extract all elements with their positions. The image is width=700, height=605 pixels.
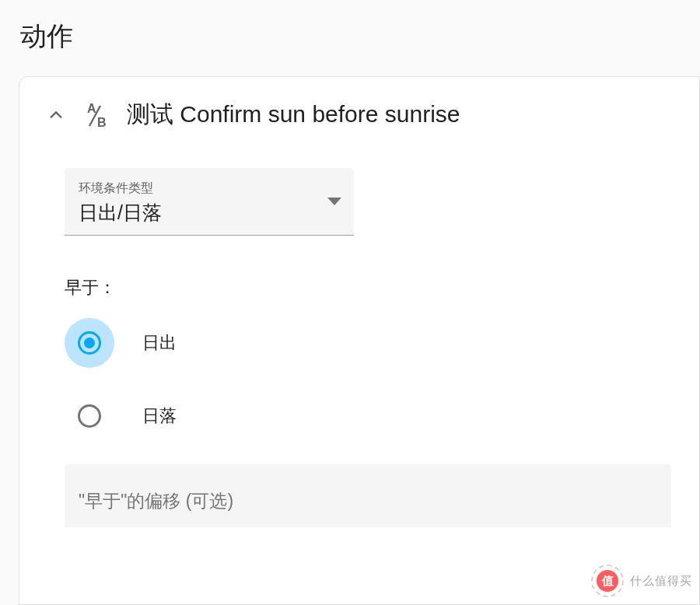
radio-option-sunset[interactable]: 日落 xyxy=(65,391,671,441)
card-title: 测试 Confirm sun before sunrise xyxy=(127,99,460,131)
offset-input[interactable]: "早于"的偏移 (可选) xyxy=(65,464,671,527)
section-title: 动作 xyxy=(20,19,700,54)
offset-placeholder: "早于"的偏移 (可选) xyxy=(79,489,657,513)
select-value: 日出/日落 xyxy=(79,200,340,226)
action-card: A B 测试 Confirm sun before sunrise 环境条件类型… xyxy=(19,76,700,605)
watermark-badge: 值 xyxy=(591,565,624,597)
svg-text:A: A xyxy=(87,102,96,115)
svg-marker-3 xyxy=(327,198,341,205)
radio-group-label: 早于： xyxy=(65,276,671,299)
svg-text:B: B xyxy=(97,116,107,129)
ab-test-icon: A B xyxy=(82,101,110,129)
radio-label: 日出 xyxy=(142,331,177,355)
watermark: 值 什么值得买 xyxy=(591,565,692,597)
select-label: 环境条件类型 xyxy=(79,180,340,197)
card-header[interactable]: A B 测试 Confirm sun before sunrise xyxy=(47,99,671,131)
radio-label: 日落 xyxy=(142,404,177,428)
watermark-text: 什么值得买 xyxy=(630,574,692,589)
chevron-down-icon xyxy=(327,194,341,208)
condition-type-select[interactable]: 环境条件类型 日出/日落 xyxy=(65,168,354,236)
radio-option-sunrise[interactable]: 日出 xyxy=(65,318,671,368)
collapse-icon[interactable] xyxy=(47,107,65,124)
